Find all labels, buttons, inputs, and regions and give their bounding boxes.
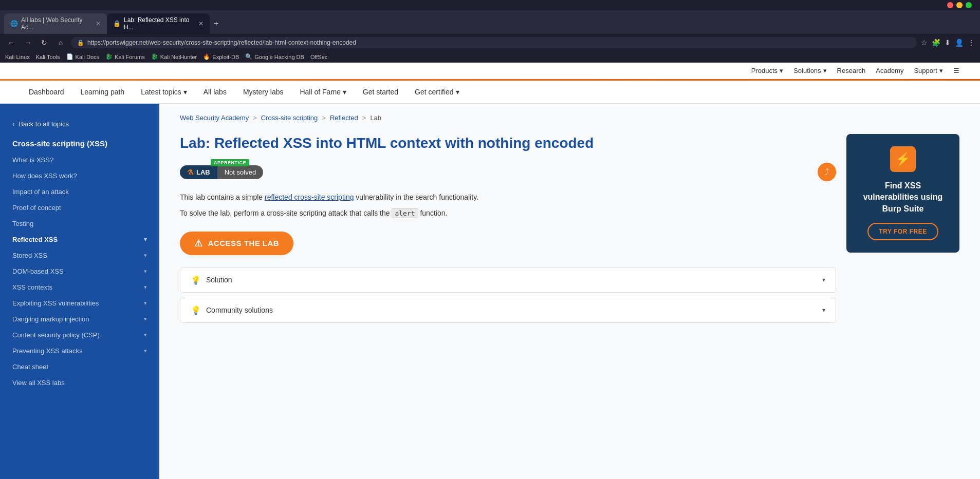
top-nav-menu[interactable]: ☰ — [953, 67, 959, 74]
solution-accordion: 💡 Solution ▾ — [180, 267, 836, 293]
nav-dashboard[interactable]: Dashboard — [21, 81, 72, 103]
top-nav-products[interactable]: Products ▾ — [751, 67, 783, 74]
bookmark-google-hacking[interactable]: 🔍 Google Hacking DB — [245, 53, 304, 60]
bookmark-google-hacking-label: Google Hacking DB — [254, 54, 304, 60]
new-tab-btn[interactable]: + — [210, 17, 223, 30]
sidebar-item-impact[interactable]: Impact of an attack — [0, 184, 159, 200]
bookmark-kali-linux[interactable]: Kali Linux — [5, 54, 30, 60]
reflected-xss-chevron: ▾ — [144, 236, 147, 243]
breadcrumb-lab: Lab — [370, 114, 381, 122]
sidebar-item-proof-of-concept[interactable]: Proof of concept — [0, 200, 159, 216]
sidebar-item-view-all-labs[interactable]: View all XSS labs — [0, 375, 159, 391]
solution-label: Solution — [206, 276, 232, 284]
sidebar-item-exploiting-xss[interactable]: Exploiting XSS vulnerabilities ▾ — [0, 295, 159, 311]
window-close-btn[interactable] — [947, 2, 953, 8]
top-nav-support[interactable]: Support ▾ — [914, 67, 943, 74]
breadcrumb-cross-site-scripting[interactable]: Cross-site scripting — [261, 114, 318, 122]
reload-btn[interactable]: ↻ — [38, 39, 50, 47]
ad-title: Find XSS vulnerabilities using Burp Suit… — [857, 180, 949, 215]
nav-mystery-labs[interactable]: Mystery labs — [235, 81, 292, 103]
back-btn[interactable]: ← — [5, 39, 17, 47]
solution-accordion-header[interactable]: 💡 Solution ▾ — [180, 268, 836, 292]
tab1-close[interactable]: ✕ — [96, 20, 101, 27]
sidebar-item-what-is-xss[interactable]: What is XSS? — [0, 152, 159, 168]
community-solutions-header[interactable]: 💡 Community solutions ▾ — [180, 298, 836, 322]
sidebar-item-stored-xss[interactable]: Stored XSS ▾ — [0, 247, 159, 263]
bookmark-offsec-label: OffSec — [310, 54, 327, 60]
home-btn[interactable]: ⌂ — [54, 39, 67, 47]
bookmark-kali-docs[interactable]: 📄 Kali Docs — [66, 53, 99, 60]
reflected-xss-link[interactable]: reflected cross-site scripting — [265, 193, 354, 201]
bookmark-exploit-db-label: Exploit-DB — [212, 54, 239, 60]
access-lab-button[interactable]: ⚠ ACCESS THE LAB — [180, 232, 293, 255]
solution-icon: 💡 — [191, 275, 201, 285]
community-solutions-label: Community solutions — [206, 306, 273, 314]
lab-content-area: Lab: Reflected XSS into HTML context wit… — [180, 134, 959, 328]
download-btn[interactable]: ⬇ — [945, 39, 951, 47]
share-btn[interactable]: ⤴ — [818, 163, 836, 181]
nav-hall-of-fame[interactable]: Hall of Fame ▾ — [291, 81, 354, 103]
breadcrumb-sep-1: > — [253, 114, 257, 122]
breadcrumb: Web Security Academy > Cross-site script… — [180, 114, 959, 122]
main-nav: Dashboard Learning path Latest topics ▾ … — [0, 81, 980, 104]
bookmark-exploit-db[interactable]: 🔥 Exploit-DB — [203, 53, 239, 60]
sidebar-item-dangling-markup[interactable]: Dangling markup injection ▾ — [0, 311, 159, 327]
not-solved-pill: Not solved — [217, 165, 263, 179]
top-nav-research[interactable]: Research — [837, 67, 866, 74]
top-nav-solutions[interactable]: Solutions ▾ — [793, 67, 826, 74]
sidebar-item-preventing-xss[interactable]: Preventing XSS attacks ▾ — [0, 343, 159, 359]
breadcrumb-sep-3: > — [362, 114, 366, 122]
bookmark-kali-forums[interactable]: 🐉 Kali Forums — [105, 53, 145, 60]
window-min-btn[interactable] — [956, 2, 963, 8]
sidebar-item-csp[interactable]: Content security policy (CSP) ▾ — [0, 327, 159, 343]
address-bar[interactable]: 🔒 https://portswigger.net/web-security/c… — [71, 37, 917, 48]
top-nav-academy[interactable]: Academy — [876, 67, 903, 74]
window-max-btn[interactable] — [966, 2, 972, 8]
nav-get-certified[interactable]: Get certified ▾ — [406, 81, 467, 103]
breadcrumb-sep-2: > — [322, 114, 326, 122]
bookmark-kali-tools[interactable]: Kali Tools — [36, 54, 60, 60]
solution-label-wrapper: 💡 Solution — [191, 275, 232, 285]
sidebar-item-testing[interactable]: Testing — [0, 216, 159, 232]
try-free-button[interactable]: TRY FOR FREE — [867, 223, 938, 240]
menu-btn[interactable]: ⋮ — [968, 39, 975, 47]
nav-learning-path[interactable]: Learning path — [72, 81, 133, 103]
nav-latest-topics[interactable]: Latest topics ▾ — [133, 81, 195, 103]
bookmark-kali-tools-label: Kali Tools — [36, 54, 60, 60]
tab1-title: All labs | Web Security Ac... — [21, 16, 89, 31]
sidebar-item-cheat-sheet[interactable]: Cheat sheet — [0, 359, 159, 375]
bookmark-offsec[interactable]: OffSec — [310, 54, 327, 60]
tab2-title: Lab: Reflected XSS into H... — [124, 16, 192, 31]
nav-hall-chevron: ▾ — [343, 88, 346, 96]
bookmark-kali-nethunter[interactable]: 🐉 Kali NetHunter — [151, 53, 197, 60]
top-nav-support-chevron: ▾ — [939, 67, 943, 74]
bookmark-btn[interactable]: ☆ — [921, 39, 928, 47]
breadcrumb-web-security[interactable]: Web Security Academy — [180, 114, 249, 122]
profile-btn[interactable]: 👤 — [955, 39, 964, 47]
bookmark-kali-forums-label: Kali Forums — [115, 54, 145, 60]
top-nav-solutions-chevron: ▾ — [823, 67, 827, 74]
tab2-close[interactable]: ✕ — [198, 20, 204, 27]
top-nav-academy-label: Academy — [876, 67, 903, 74]
nav-all-labs[interactable]: All labs — [195, 81, 235, 103]
sidebar-back-btn[interactable]: ‹ Back to all topics — [0, 114, 159, 134]
xss-contexts-chevron: ▾ — [144, 284, 147, 291]
sidebar-item-xss-contexts[interactable]: XSS contexts ▾ — [0, 279, 159, 295]
code-alert: alert — [392, 208, 418, 218]
breadcrumb-reflected[interactable]: Reflected — [330, 114, 358, 122]
browser-tab-1[interactable]: 🌐 All labs | Web Security Ac... ✕ — [4, 13, 107, 34]
nav-get-started[interactable]: Get started — [355, 81, 406, 103]
forward-btn[interactable]: → — [22, 39, 34, 47]
browser-tab-2[interactable]: 🔒 Lab: Reflected XSS into H... ✕ — [107, 13, 210, 34]
sidebar-item-dom-xss[interactable]: DOM-based XSS ▾ — [0, 263, 159, 279]
solution-chevron-icon: ▾ — [822, 276, 825, 283]
sidebar-item-reflected-xss[interactable]: Reflected XSS ▾ — [0, 232, 159, 247]
lab-description-1: This lab contains a simple reflected cro… — [180, 191, 836, 203]
extensions-btn[interactable]: 🧩 — [932, 39, 940, 47]
csp-chevron: ▾ — [144, 332, 147, 338]
address-url: https://portswigger.net/web-security/cro… — [87, 39, 356, 46]
bookmarks-bar: Kali Linux Kali Tools 📄 Kali Docs 🐉 Kali… — [0, 51, 980, 63]
sidebar-item-how-xss-works[interactable]: How does XSS work? — [0, 168, 159, 184]
ad-card: ⚡ Find XSS vulnerabilities using Burp Su… — [846, 134, 959, 253]
lab-pill: ⚗ LAB — [180, 165, 217, 179]
